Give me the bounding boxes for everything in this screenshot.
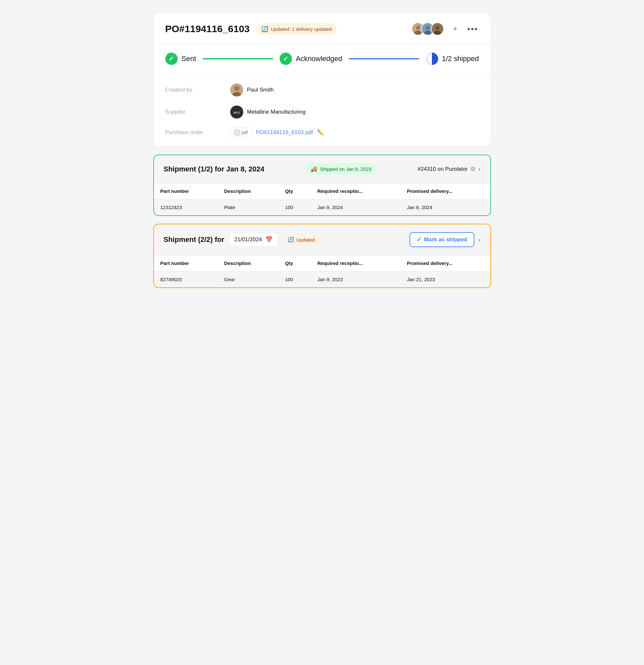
shipment-1-reference: #24310 on Purolator ⧉ ›	[418, 165, 481, 173]
copy-icon[interactable]: ⧉	[471, 166, 475, 172]
svg-point-1	[416, 26, 420, 30]
shipment-1-header-row: Part number Description Qty Required rec…	[154, 183, 490, 200]
shipment-2-actions: ✓ Mark as shipped ›	[410, 232, 481, 247]
shipment-1-ref-text: #24310 on Purolator	[418, 166, 468, 172]
sent-icon-circle: ✓	[165, 53, 178, 65]
svg-point-4	[425, 26, 430, 30]
updated-refresh-icon: 🔄	[288, 237, 294, 243]
shipped-badge: 🚚 Shipped on Jan 8, 2023	[305, 163, 376, 175]
sent-label: Sent	[182, 55, 196, 63]
purchase-order-row: Purchase order pdf PO#1194116_6103.pdf ✏…	[165, 128, 479, 137]
mark-as-shipped-button[interactable]: ✓ Mark as shipped	[410, 232, 474, 247]
shipment-1-card: Shipment (1/2) for Jan 8, 2024 🚚 Shipped…	[153, 155, 491, 216]
supplier-value: MFG Metalline Manufacturing	[230, 106, 306, 118]
col-promised-delivery-2: Promised delivery...	[400, 255, 490, 271]
cell-part-number: 12312423	[154, 200, 218, 215]
header-left: PO#1194116_6103 🔄 Updated: 1 delivery up…	[165, 23, 337, 35]
col-promised-delivery: Promised delivery...	[400, 183, 490, 200]
shipment-2-header: Shipment (2/2) for 21/01/2024 📅 🔄 Update…	[154, 224, 490, 255]
created-by-row: Created by Paul Smith	[165, 83, 479, 96]
truck-icon: 🚚	[310, 166, 317, 172]
supplier-avatar: MFG	[230, 106, 243, 118]
col-part-number: Part number	[154, 183, 218, 200]
status-sent: ✓ Sent	[165, 53, 196, 65]
shipment-2-title-group: Shipment (2/2) for 21/01/2024 📅 🔄 Update…	[164, 232, 320, 247]
shipped-badge-text: Shipped on Jan 8, 2023	[320, 166, 371, 172]
svg-point-8	[434, 31, 441, 35]
cell-promised-delivery: Jan 8, 2024	[400, 200, 490, 215]
supplier-name: Metalline Manufacturing	[247, 109, 306, 115]
acknowledged-icon-circle: ✓	[280, 53, 292, 65]
shipment-1-header: Shipment (1/2) for Jan 8, 2024 🚚 Shipped…	[154, 155, 490, 183]
purchase-order-label: Purchase order	[165, 129, 230, 136]
calendar-icon: 📅	[265, 236, 272, 243]
table-row: 12312423 Plate 100 Jan 9, 2024 Jan 8, 20…	[154, 200, 490, 215]
updated-badge: 🔄 Updated	[283, 234, 320, 245]
shipment-2-table: Part number Description Qty Required rec…	[154, 255, 490, 287]
date-value: 21/01/2024	[234, 236, 262, 243]
mark-shipped-label: Mark as shipped	[424, 236, 467, 243]
more-options-button[interactable]: •••	[467, 23, 479, 35]
status-line-acknowledged-shipped	[349, 58, 419, 59]
header-card: PO#1194116_6103 🔄 Updated: 1 delivery up…	[153, 13, 491, 147]
svg-point-5	[424, 31, 431, 35]
avatar-3	[431, 22, 444, 35]
status-shipped: 1/2 shipped	[426, 53, 479, 65]
shipment-2-header-row: Part number Description Qty Required rec…	[154, 255, 490, 271]
avatars-group	[412, 22, 444, 35]
pdf-badge: pdf	[230, 128, 252, 137]
add-user-button[interactable]: +	[449, 23, 461, 35]
status-acknowledged: ✓ Acknowledged	[280, 53, 342, 65]
created-by-name: Paul Smith	[247, 87, 274, 93]
shipment-2-title: Shipment (2/2) for	[164, 235, 224, 244]
header-top: PO#1194116_6103 🔄 Updated: 1 delivery up…	[154, 13, 491, 43]
table-row: 82749020 Gear 100 Jan 9, 2023 Jan 21, 20…	[154, 271, 490, 288]
status-line-sent-acknowledged	[203, 58, 273, 59]
shipment-1-table: Part number Description Qty Required rec…	[154, 183, 490, 215]
svg-point-13	[234, 86, 239, 91]
supplier-label: Supplier	[165, 109, 230, 115]
date-field[interactable]: 21/01/2024 📅	[229, 232, 278, 247]
svg-point-7	[435, 26, 439, 30]
cell-qty-2: 100	[279, 271, 311, 288]
col-description-2: Description	[217, 255, 279, 271]
updated-badge-text: Updated	[297, 237, 315, 243]
refresh-icon: 🔄	[261, 26, 268, 33]
svg-point-2	[414, 31, 421, 35]
col-qty-2: Qty	[279, 255, 311, 271]
acknowledged-label: Acknowledged	[296, 55, 342, 63]
edit-icon[interactable]: ✏️	[317, 129, 324, 136]
half-shipped-icon	[426, 53, 438, 65]
cell-part-number-2: 82749020	[154, 271, 218, 288]
pdf-file-icon	[234, 130, 240, 135]
supplier-row: Supplier MFG Metalline Manufacturing	[165, 106, 479, 118]
col-qty: Qty	[279, 183, 311, 200]
sent-check-icon: ✓	[169, 55, 174, 63]
acknowledged-check-icon: ✓	[283, 55, 288, 63]
col-required-reception-2: Required receptio...	[311, 255, 400, 271]
created-by-value: Paul Smith	[230, 83, 274, 96]
svg-text:MFG: MFG	[233, 111, 240, 114]
shipment-2-card: Shipment (2/2) for 21/01/2024 📅 🔄 Update…	[153, 224, 491, 288]
col-description: Description	[217, 183, 279, 200]
shipped-label: 1/2 shipped	[442, 55, 479, 63]
shipment-1-chevron-icon[interactable]: ›	[478, 165, 481, 173]
po-title: PO#1194116_6103	[165, 23, 250, 34]
pdf-label: pdf	[242, 130, 248, 135]
check-blue-icon: ✓	[417, 236, 421, 243]
status-bar: ✓ Sent ✓ Acknowledged	[154, 43, 491, 74]
created-by-label: Created by	[165, 87, 230, 93]
cell-promised-delivery-2: Jan 21, 2023	[400, 271, 490, 288]
details-section: Created by Paul Smith Supplier	[154, 74, 491, 147]
shipment-1-title: Shipment (1/2) for Jan 8, 2024	[164, 165, 265, 173]
shipment-2-chevron-icon[interactable]: ›	[478, 236, 481, 244]
page-container: PO#1194116_6103 🔄 Updated: 1 delivery up…	[153, 13, 491, 288]
header-right: + •••	[412, 22, 479, 35]
cell-qty: 100	[279, 200, 311, 215]
paul-smith-avatar	[230, 83, 243, 96]
more-options-icon: •••	[467, 24, 478, 34]
cell-description: Plate	[217, 200, 279, 215]
pdf-filename-link[interactable]: PO#1194116_6103.pdf	[256, 129, 313, 136]
col-part-number-2: Part number	[154, 255, 218, 271]
cell-required-reception-2: Jan 9, 2023	[311, 271, 400, 288]
